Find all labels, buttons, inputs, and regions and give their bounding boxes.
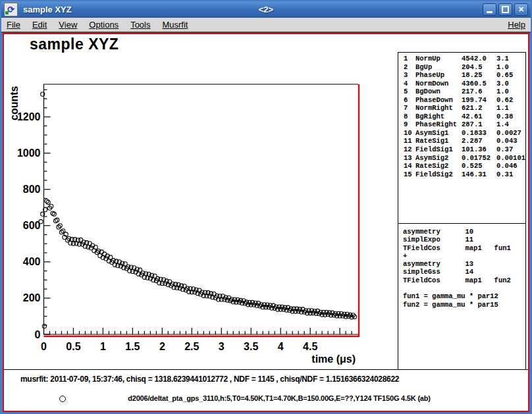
menu-musrfit[interactable]: Musrfit: [156, 20, 194, 30]
parameter-row: 6PhaseDown199.740.62: [398, 96, 525, 105]
parameter-row: 3PhaseUp18.250.65: [398, 71, 525, 80]
minimize-icon: [487, 11, 492, 13]
svg-text:1.5: 1.5: [125, 341, 140, 352]
menu-help[interactable]: Help: [508, 20, 531, 30]
data-points: [39, 92, 357, 328]
menu-view[interactable]: View: [53, 20, 83, 30]
parameter-row: 15FieldSig2146.310.31: [398, 170, 525, 179]
root-app-icon: ⟳: [4, 3, 18, 16]
window-controls: ✕: [483, 3, 528, 16]
svg-text:1000: 1000: [17, 147, 41, 159]
parameter-row: 14RateSig20.5250.046: [398, 162, 525, 170]
application-window: ⟳ sample XYZ <2> ✕ File Edit View Option…: [0, 0, 532, 414]
parameter-row: 4NormDown4360.53.0: [398, 80, 525, 88]
title-bar[interactable]: ⟳ sample XYZ <2> ✕: [1, 1, 531, 18]
tick-labels: 02004006008001000120000.511.522.533.544.…: [9, 86, 356, 365]
window-title: sample XYZ: [23, 5, 72, 14]
svg-text:3.5: 3.5: [244, 341, 258, 352]
x-axis-title: time (μs): [311, 353, 356, 365]
menu-bar: File Edit View Options Tools Musrfit Hel…: [1, 18, 531, 33]
svg-text:3: 3: [219, 341, 225, 352]
svg-text:0: 0: [41, 341, 47, 352]
svg-text:400: 400: [23, 256, 41, 267]
y-axis-title: counts: [9, 86, 20, 120]
parameter-row: 8BgRight42.610.38: [398, 113, 525, 121]
parameter-row: 12FieldSig1101.360.37: [398, 145, 525, 154]
svg-text:4.5: 4.5: [303, 341, 317, 352]
fit-status-text: musrfit: 2011-07-09, 15:37:46, chisq = 1…: [20, 375, 399, 384]
close-button[interactable]: ✕: [514, 3, 528, 16]
root-canvas[interactable]: sample XYZ 02004006008001000120000.511.5…: [3, 33, 529, 412]
legend-run-label: d2006/deltat_pta_gps_3110,h:5,T0=4.50K,T…: [43, 394, 515, 402]
maximize-icon: [502, 6, 509, 13]
parameter-row: 13AsymSig20.017520.00101: [398, 154, 525, 163]
svg-text:800: 800: [23, 184, 41, 195]
svg-text:2.5: 2.5: [184, 341, 199, 352]
svg-text:1200: 1200: [17, 111, 41, 122]
fit-info-panel: 1NormUp4542.03.12BgUp204.51.03PhaseUp18.…: [398, 52, 526, 370]
parameter-row: 10AsymSig10.18330.0027: [398, 129, 525, 138]
close-icon: ✕: [518, 6, 524, 13]
frame-red-border: [44, 84, 359, 336]
histogram-plot: 02004006008001000120000.511.522.533.544.…: [7, 39, 395, 372]
minimize-button[interactable]: [483, 3, 496, 16]
parameter-list: 1NormUp4542.03.12BgUp204.51.03PhaseUp18.…: [398, 55, 525, 178]
parameter-row: 7NormRight621.21.1: [398, 104, 525, 113]
svg-text:1: 1: [100, 341, 106, 352]
parameter-row: 9PhaseRight287.11.4: [398, 120, 525, 129]
parameter-row: 11RateSig12.2870.043: [398, 137, 525, 145]
svg-text:0.5: 0.5: [66, 341, 80, 352]
svg-text:0: 0: [35, 329, 41, 340]
axes: [44, 84, 359, 334]
theory-block: asymmetry 10 simplExpo 11 TFieldCos map1…: [403, 228, 511, 309]
menu-edit[interactable]: Edit: [26, 20, 53, 30]
panel-divider: [398, 223, 525, 224]
menu-tools[interactable]: Tools: [124, 20, 156, 30]
window-subtitle: <2>: [1, 5, 531, 14]
parameter-row: 1NormUp4542.03.1: [398, 55, 525, 63]
svg-text:200: 200: [23, 292, 41, 303]
parameter-row: 2BgUp204.51.0: [398, 63, 525, 72]
parameter-row: 5BgDown217.61.0: [398, 88, 525, 96]
maximize-button[interactable]: [498, 3, 512, 16]
svg-text:2: 2: [159, 341, 165, 352]
menu-file[interactable]: File: [1, 20, 26, 30]
svg-text:4: 4: [278, 341, 284, 352]
menu-options[interactable]: Options: [83, 20, 124, 30]
info-divider: [4, 369, 528, 370]
svg-text:600: 600: [23, 220, 41, 231]
legend-row: d2006/deltat_pta_gps_3110,h:5,T0=4.50K,T…: [4, 394, 528, 405]
